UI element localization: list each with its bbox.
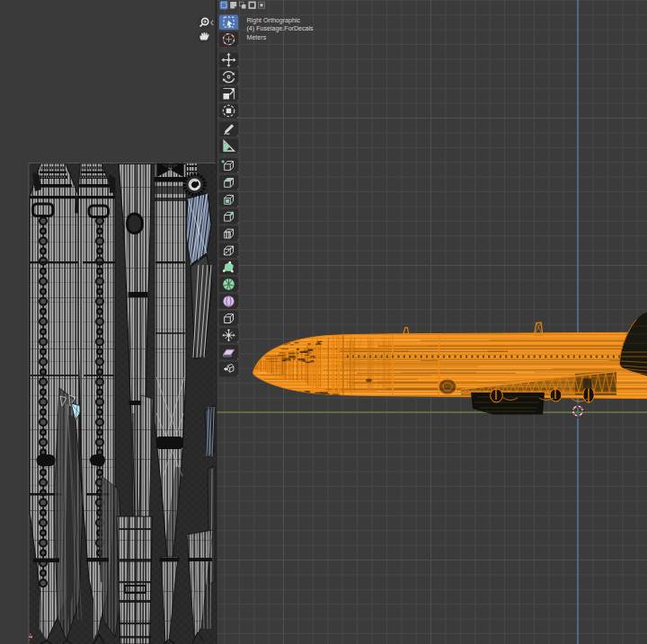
svg-text:Right Orthographic: Right Orthographic — [247, 17, 301, 24]
svg-text:Meters: Meters — [247, 34, 267, 41]
svg-text:(4) Fuselage.ForDecals: (4) Fuselage.ForDecals — [247, 25, 315, 32]
